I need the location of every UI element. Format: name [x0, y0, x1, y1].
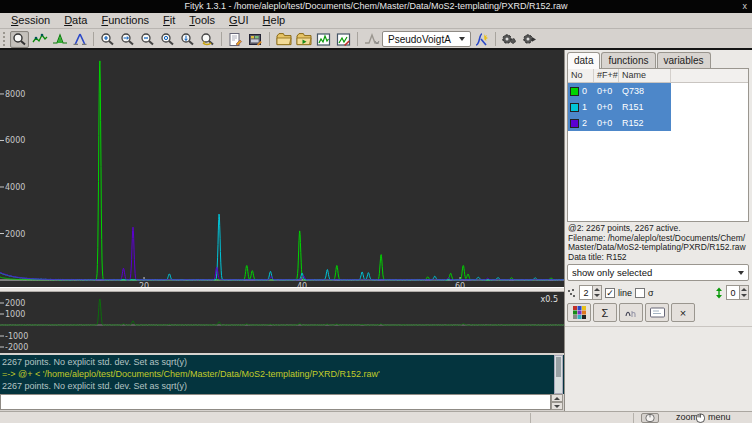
console-line: 2267 points. No explicit std. dev. Set a…	[2, 380, 554, 392]
editor-button[interactable]	[645, 303, 669, 322]
console-scrollbar-thumb[interactable]	[556, 357, 561, 377]
svg-text:1000: 1000	[5, 310, 25, 319]
tab-variables[interactable]: variables	[657, 52, 711, 68]
main-plot[interactable]: 2040602000400060008000	[0, 50, 564, 287]
sum-button[interactable]: Σ	[593, 303, 617, 322]
svg-text:6000: 6000	[5, 136, 25, 145]
color-map-button[interactable]	[567, 303, 591, 322]
dataset-no: 2	[582, 118, 594, 128]
output-console[interactable]: 2267 points. No explicit std. dev. Set a…	[0, 355, 564, 394]
aux-plot[interactable]: 20001000-1000-2000x0.5	[0, 292, 564, 353]
settings-icon[interactable]	[246, 31, 265, 48]
execute-script-icon[interactable]	[294, 31, 313, 48]
chevron-down-icon	[457, 33, 468, 45]
spin-down-icon[interactable]	[551, 402, 563, 410]
dataset-name: R152	[619, 118, 644, 128]
tab-functions[interactable]: functions	[601, 52, 655, 68]
table-row[interactable]: 20+0R152	[568, 115, 748, 131]
zoom-out-icon[interactable]	[138, 31, 157, 48]
sigma-checkbox[interactable]	[635, 288, 645, 298]
zoom-mode-icon[interactable]	[10, 31, 29, 48]
mouse-buttons-icon	[695, 413, 706, 423]
main-plot-canvas: 2040602000400060008000	[0, 50, 564, 287]
rename-icon	[624, 307, 638, 319]
line-checkbox[interactable]: ✓	[605, 288, 615, 298]
console-line-command: =-> @+ < '/home/aleplo/test/Documents/Ch…	[2, 368, 554, 380]
edit-script-icon[interactable]	[226, 31, 245, 48]
zoom-all-icon[interactable]	[158, 31, 177, 48]
add-peak-auto-icon[interactable]	[472, 31, 491, 48]
aux-plot-canvas: 20001000-1000-2000x0.5	[0, 292, 564, 353]
point-size-spinner[interactable]: 2	[579, 285, 602, 300]
command-history-spinner[interactable]	[551, 394, 563, 410]
color-grid-icon	[573, 306, 586, 319]
save-image-icon[interactable]	[314, 31, 333, 48]
point-size-value: 2	[580, 286, 592, 299]
svg-text:4000: 4000	[5, 183, 25, 192]
spin-down-icon[interactable]	[739, 293, 748, 300]
activate-data-mode-icon[interactable]	[70, 31, 89, 48]
zoom-x-in-icon[interactable]	[118, 31, 137, 48]
rename-button[interactable]	[619, 303, 643, 322]
tab-data[interactable]: data	[567, 52, 600, 69]
statusbar-divider	[530, 413, 531, 423]
auto-add-icon[interactable]	[362, 31, 381, 48]
main-toolbar: PseudoVoigtA	[0, 30, 752, 50]
menu-tools[interactable]: Tools	[182, 13, 222, 28]
title-bar: Fityk 1.3.1 - /home/aleplo/test/Document…	[0, 0, 752, 13]
add-peak-mode-icon[interactable]	[50, 31, 69, 48]
dataset-name: R151	[619, 102, 644, 112]
menu-gui[interactable]: GUI	[222, 13, 256, 28]
delete-dataset-button[interactable]: ×	[671, 303, 695, 322]
data-range-mode-icon[interactable]	[30, 31, 49, 48]
zoom-in-icon[interactable]	[98, 31, 117, 48]
table-row[interactable]: 00+0Q738	[568, 83, 748, 99]
dataset-table-header: No #F+# Name	[568, 69, 748, 83]
zoom-previous-icon[interactable]	[198, 31, 217, 48]
dataset-actions: Σ ×	[567, 303, 695, 322]
command-input[interactable]	[0, 394, 551, 410]
menu-session[interactable]: Session	[4, 13, 57, 28]
sidebar-divider	[565, 326, 752, 327]
close-icon[interactable]: x	[743, 0, 748, 13]
chevron-down-icon	[738, 271, 744, 275]
toolbar-separator	[221, 32, 222, 46]
svg-text:8000: 8000	[5, 90, 25, 99]
dataset-fz: 0+0	[594, 102, 619, 112]
peak-type-select[interactable]: PseudoVoigtA	[382, 31, 471, 47]
dataset-fz: 0+0	[594, 86, 619, 96]
dataset-color-swatch[interactable]	[570, 119, 579, 128]
info-filename: Filename: /home/aleplo/test/Documents/Ch…	[568, 234, 751, 253]
open-data-icon[interactable]	[274, 31, 293, 48]
menu-functions[interactable]: Functions	[94, 13, 156, 28]
menu-data[interactable]: Data	[57, 13, 94, 28]
menu-help[interactable]: Help	[256, 13, 293, 28]
fit-continue-icon[interactable]	[520, 31, 539, 48]
spin-up-icon[interactable]	[551, 394, 563, 402]
mouse-hint-button[interactable]	[641, 413, 659, 423]
table-row[interactable]: 10+0R151	[568, 99, 748, 115]
y-shift-icon	[715, 287, 723, 299]
toolbar-separator	[357, 32, 358, 46]
zoom-y-in-icon[interactable]	[178, 31, 197, 48]
dataset-color-swatch[interactable]	[570, 103, 579, 112]
peak-type-value: PseudoVoigtA	[388, 34, 451, 45]
column-header-fz: #F+#	[594, 69, 619, 82]
status-bar: zoom menu	[0, 411, 752, 423]
y-shift-spinner[interactable]: 0	[726, 285, 749, 300]
fit-run-icon[interactable]	[500, 31, 519, 48]
svg-text:-1000: -1000	[5, 332, 28, 341]
menu-fit[interactable]: Fit	[156, 13, 182, 28]
save-session-icon[interactable]	[334, 31, 353, 48]
spin-down-icon[interactable]	[592, 293, 601, 300]
console-line: 2267 points. No explicit std. dev. Set a…	[2, 356, 554, 368]
y-shift-value: 0	[727, 286, 739, 299]
show-filter-dropdown[interactable]: show only selected	[567, 264, 749, 281]
toolbar-separator	[269, 32, 270, 46]
toolbar-grip	[3, 32, 6, 46]
dataset-name: Q738	[619, 86, 644, 96]
console-scrollbar[interactable]	[554, 355, 563, 394]
line-checkbox-label: line	[618, 288, 632, 298]
column-header-name: Name	[619, 69, 671, 82]
dataset-color-swatch[interactable]	[570, 87, 579, 96]
